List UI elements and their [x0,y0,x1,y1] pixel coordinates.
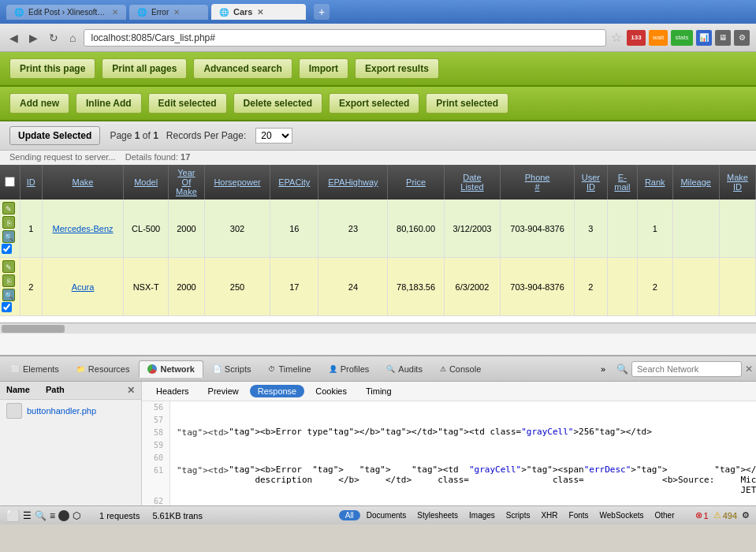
col-model[interactable]: Model [124,165,169,200]
row-copy-icon-0[interactable]: ⎘ [2,216,15,229]
col-epacity[interactable]: EPACity [270,165,318,200]
col-mileage[interactable]: Mileage [672,165,719,200]
response-tab-headers[interactable]: Headers [148,385,197,397]
devtools-tab-profiles[interactable]: 👤 Profiles [321,361,378,377]
col-rank[interactable]: Rank [637,165,672,200]
filter-xhr[interactable]: XHR [536,510,562,520]
inline-add-button[interactable]: Inline Add [76,93,142,114]
devtools-collapse-icon[interactable]: ☰ [23,510,32,521]
star-icon[interactable]: ☆ [611,30,622,45]
delete-selected-button[interactable]: Delete selected [233,93,322,114]
devtools-tab-timeline[interactable]: ⏱ Timeline [260,361,318,377]
add-new-button[interactable]: Add new [9,93,69,114]
refresh-button[interactable]: ↻ [46,30,61,46]
row-copy-icon-1[interactable]: ⎘ [2,274,15,287]
file-name[interactable]: buttonhandler.php [27,406,96,416]
col-year[interactable]: YearOfMake [168,165,204,200]
col-make[interactable]: Make [42,165,124,200]
tab-close-3[interactable]: ✕ [257,8,263,17]
error-count[interactable]: ⊗ 1 [695,510,709,520]
filter-all[interactable]: All [339,510,360,520]
col-userid[interactable]: UserID [575,165,608,200]
address-bar[interactable] [84,29,606,47]
devtools-settings-icon[interactable]: ⚙ [742,510,750,520]
filter-documents[interactable]: Documents [362,510,412,520]
row-edit-icon-0[interactable]: ✎ [2,202,15,214]
response-tab-response[interactable]: Response [250,385,305,397]
col-epahighway[interactable]: EPAHighway [318,165,388,200]
ext-icon-4[interactable]: 📊 [696,30,712,46]
print-this-page-button[interactable]: Print this page [9,58,95,79]
ext-icon-2[interactable]: wait [649,30,668,46]
row-checkbox-0[interactable] [2,244,12,254]
tab-cars[interactable]: 🌐 Cars ✕ [211,4,306,20]
row-view-icon-0[interactable]: 🔍 [2,230,15,243]
ext-icon-5[interactable]: 🖥 [715,30,731,46]
devtools-tab-network[interactable]: Network [139,360,203,378]
scrollbar-thumb[interactable] [2,325,65,333]
warning-count[interactable]: ⚠ 494 [713,510,737,520]
devtools-record-icon[interactable] [58,510,69,521]
devtools-search-toggle-icon[interactable]: 🔍 [35,510,47,521]
filter-websockets[interactable]: WebSockets [595,510,649,520]
export-selected-button[interactable]: Export selected [329,93,419,114]
print-all-pages-button[interactable]: Print all pages [102,58,187,79]
records-per-page-select[interactable]: 20 50 100 [255,128,292,144]
ext-icon-3[interactable]: stats [671,30,693,46]
tab-error[interactable]: 🌐 Error ✕ [129,5,208,20]
code-view[interactable]: 56 57 58 "tag"><td>"tag"><b>Error type"t… [142,401,756,505]
filter-fonts[interactable]: Fonts [564,510,594,520]
ext-icon-1[interactable]: 133 [627,30,646,46]
forward-button[interactable]: ▶ [26,30,41,46]
export-results-button[interactable]: Export results [355,58,439,79]
devtools-more-button[interactable]: » [594,361,612,377]
filter-scripts[interactable]: Scripts [501,510,535,520]
file-item[interactable]: buttonhandler.php [0,400,141,422]
col-price[interactable]: Price [388,165,444,200]
tab-edit-post[interactable]: 🌐 Edit Post › Xlinesoft Blog — ✕ [6,5,126,20]
devtools-stop-icon[interactable]: ⬡ [73,510,80,521]
filter-images[interactable]: Images [464,510,500,520]
devtools-tab-console[interactable]: ⚠ Console [432,361,489,377]
print-selected-button[interactable]: Print selected [426,93,508,114]
filter-stylesheets[interactable]: Stylesheets [412,510,463,520]
import-button[interactable]: Import [299,58,348,79]
devtools-tab-scripts[interactable]: 📄 Scripts [205,361,259,377]
settings-icon[interactable]: ⚙ [734,30,750,46]
devtools-toggle-icon[interactable]: ⬜ [6,509,20,522]
response-tab-preview[interactable]: Preview [200,385,247,397]
devtools-tab-resources[interactable]: 📁 Resources [69,361,138,377]
col-id[interactable]: ID [20,165,43,200]
home-button[interactable]: ⌂ [66,30,79,46]
col-horsepower[interactable]: Horsepower [204,165,270,200]
select-all-checkbox[interactable] [5,177,15,187]
back-button[interactable]: ◀ [6,30,21,46]
col-email[interactable]: E-mail [607,165,637,200]
response-tab-cookies[interactable]: Cookies [307,385,355,397]
update-selected-button[interactable]: Update Selected [9,126,100,145]
advanced-search-button[interactable]: Advanced search [193,58,292,79]
edit-selected-button[interactable]: Edit selected [148,93,227,114]
tab-close-2[interactable]: ✕ [173,8,180,17]
cell-make-0[interactable]: Mercedes-Benz [42,200,124,258]
devtools-tab-audits[interactable]: 🔍 Audits [378,361,430,377]
col-phone[interactable]: Phone# [501,165,575,200]
row-edit-icon-1[interactable]: ✎ [2,260,15,273]
network-search-input[interactable] [631,361,742,377]
primary-toolbar: Print this page Print all pages Advanced… [0,52,756,87]
response-tab-timing[interactable]: Timing [358,385,400,397]
sidebar-close-icon[interactable]: ✕ [127,385,135,396]
col-datelisted[interactable]: DateListed [444,165,500,200]
select-all-header[interactable] [0,165,20,200]
tab-close-1[interactable]: ✕ [112,8,118,17]
horizontal-scrollbar[interactable] [0,323,756,334]
search-clear-icon[interactable]: ✕ [745,364,753,375]
filter-other[interactable]: Other [650,510,680,520]
devtools-tab-elements[interactable]: ⬜ Elements [3,361,67,377]
col-makeid[interactable]: MakeID [719,165,755,200]
new-tab-button[interactable]: + [314,4,330,20]
cell-make-1[interactable]: Acura [42,258,124,316]
row-view-icon-1[interactable]: 🔍 [2,289,15,301]
devtools-list-icon[interactable]: ≡ [50,510,55,521]
row-checkbox-1[interactable] [2,302,12,312]
